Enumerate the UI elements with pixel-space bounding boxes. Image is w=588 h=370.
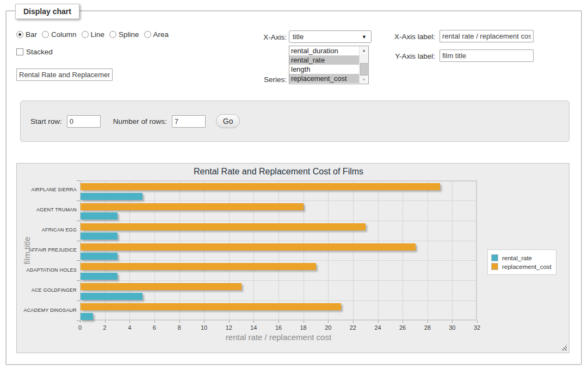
x-axis-select-label: X-Axis: xyxy=(244,33,287,41)
gridline-vertical xyxy=(278,180,279,321)
x-axis-tick xyxy=(253,321,254,323)
x-axis-label-input[interactable] xyxy=(440,30,534,42)
chart-type-radio-group: BarColumnLineSplineArea xyxy=(16,30,169,39)
gridline-horizontal xyxy=(80,260,477,261)
chart-bar-rental_rate xyxy=(81,193,143,200)
x-axis-tick xyxy=(229,321,230,323)
series-option-length[interactable]: length xyxy=(289,65,359,74)
chart-type-radio-label: Line xyxy=(91,30,105,39)
gridline-horizontal xyxy=(80,280,477,281)
start-row-label: Start row: xyxy=(30,117,62,126)
fieldset-legend: Display chart xyxy=(15,4,79,19)
y-axis-tick xyxy=(77,321,80,321)
x-axis-tick-label: 10 xyxy=(196,324,212,331)
gridline-vertical xyxy=(353,180,354,321)
series-option-replacement_cost[interactable]: replacement_cost xyxy=(289,74,359,83)
series-option-rental_duration[interactable]: rental_duration xyxy=(289,46,359,55)
scrollbar-thumb[interactable] xyxy=(360,63,368,76)
x-axis-select[interactable]: title ▼ xyxy=(289,30,372,43)
x-axis-select-value: title xyxy=(293,33,362,41)
y-axis-tick xyxy=(77,260,80,261)
radio-icon[interactable] xyxy=(42,31,49,38)
gridline-vertical xyxy=(403,180,403,321)
chart-type-radio-column[interactable]: Column xyxy=(42,30,77,39)
legend-entry-replacement_cost: replacement_cost xyxy=(491,263,552,270)
y-axis-tick xyxy=(77,300,80,301)
series-listbox[interactable]: rental_durationrental_ratelengthreplacem… xyxy=(289,46,369,84)
radio-icon[interactable] xyxy=(109,31,116,38)
chart: Rental Rate and Replacement Cost of Film… xyxy=(16,163,570,353)
gridline-vertical xyxy=(154,180,155,321)
legend-swatch-icon xyxy=(491,263,498,270)
chart-bar-rental_rate xyxy=(81,293,143,300)
y-axis-tick xyxy=(77,280,80,281)
chart-type-radio-line[interactable]: Line xyxy=(82,30,105,39)
x-axis-tick-label: 24 xyxy=(370,324,386,331)
chart-type-radio-label: Spline xyxy=(119,30,139,39)
gridline-vertical xyxy=(253,180,254,321)
chart-bar-replacement_cost xyxy=(81,223,366,230)
chart-title: Rental Rate and Replacement Cost of Film… xyxy=(80,167,477,177)
stacked-checkbox[interactable] xyxy=(16,48,23,55)
x-axis-tick-label: 0 xyxy=(72,324,88,331)
stacked-label: Stacked xyxy=(26,48,53,56)
x-axis-tick xyxy=(403,321,403,323)
y-axis-category-label: ACE GOLDFINGER xyxy=(17,287,77,293)
gridline-vertical xyxy=(304,180,304,321)
x-axis-tick-label: 20 xyxy=(320,324,336,331)
chart-bar-replacement_cost xyxy=(81,203,304,210)
y-axis-tick xyxy=(77,241,80,241)
gridline-vertical xyxy=(180,180,180,321)
legend-label: rental_rate xyxy=(502,255,532,261)
chart-bar-replacement_cost xyxy=(81,183,440,190)
radio-icon[interactable] xyxy=(16,31,23,38)
y-axis-label-input[interactable] xyxy=(440,49,534,62)
chart-type-radio-bar[interactable]: Bar xyxy=(16,30,37,39)
start-row-input[interactable] xyxy=(67,115,101,128)
x-axis-tick-label: 28 xyxy=(419,324,436,331)
gridline-horizontal xyxy=(80,241,477,241)
x-axis-tick-label: 8 xyxy=(171,324,188,331)
x-axis-label-caption: X-Axis label: xyxy=(388,33,435,41)
radio-icon[interactable] xyxy=(144,31,151,38)
go-button[interactable]: Go xyxy=(216,114,240,128)
chart-bar-rental_rate xyxy=(81,233,117,240)
resize-handle-icon[interactable] xyxy=(561,344,567,350)
chart-x-axis-title: rental rate / replacement cost xyxy=(80,333,477,342)
gridline-vertical xyxy=(428,180,428,321)
y-axis-category-label: AGENT TRUMAN xyxy=(17,207,77,212)
series-label: Series: xyxy=(244,76,287,84)
x-axis-tick xyxy=(80,321,81,323)
x-axis-tick-label: 18 xyxy=(295,324,312,331)
x-axis-tick xyxy=(378,321,379,323)
x-axis-tick xyxy=(477,321,478,323)
chart-bar-rental_rate xyxy=(81,253,117,260)
series-listbox-scrollbar[interactable]: ▲ ▼ xyxy=(359,46,368,84)
gridline-horizontal xyxy=(80,300,477,301)
chart-title-input[interactable] xyxy=(16,68,113,81)
x-axis-tick xyxy=(304,321,304,323)
legend-entry-rental_rate: rental_rate xyxy=(491,254,552,261)
x-axis-tick-label: 30 xyxy=(444,324,460,331)
gridline-vertical xyxy=(229,180,230,321)
x-axis-tick xyxy=(353,321,354,323)
chart-type-radio-area[interactable]: Area xyxy=(144,30,169,39)
chart-type-radio-label: Area xyxy=(153,30,169,39)
chart-type-radio-label: Column xyxy=(51,30,77,39)
number-of-rows-input[interactable] xyxy=(172,115,206,128)
row-range-box: Start row: Number of rows: Go xyxy=(20,101,570,142)
x-axis-tick xyxy=(278,321,279,323)
chart-type-radio-spline[interactable]: Spline xyxy=(109,30,139,39)
scroll-up-icon[interactable]: ▲ xyxy=(360,46,368,54)
y-axis-label-caption: Y-Axis label: xyxy=(388,52,435,60)
x-axis-tick xyxy=(129,321,130,323)
scroll-down-icon[interactable]: ▼ xyxy=(360,76,368,84)
x-axis-tick xyxy=(428,321,428,323)
y-axis-tick xyxy=(77,200,80,201)
radio-icon[interactable] xyxy=(82,31,89,38)
x-axis-tick-label: 2 xyxy=(97,324,113,331)
number-of-rows-label: Number of rows: xyxy=(113,117,167,126)
chart-bar-rental_rate xyxy=(81,212,117,220)
chart-bar-rental_rate xyxy=(81,273,117,280)
series-option-rental_rate[interactable]: rental_rate xyxy=(289,55,359,65)
